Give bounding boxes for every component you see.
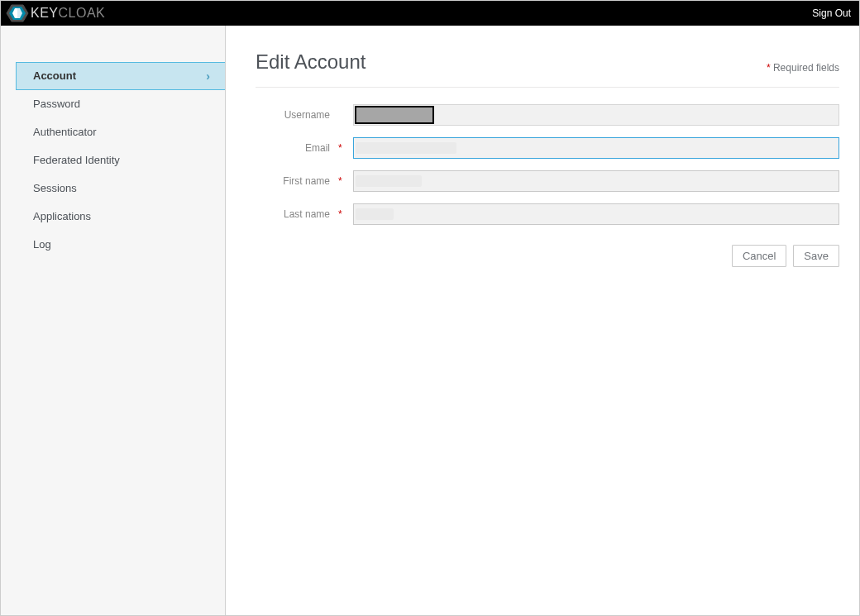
- asterisk-icon: *: [338, 175, 343, 187]
- save-button[interactable]: Save: [793, 245, 839, 267]
- firstname-input[interactable]: [353, 170, 839, 192]
- sidebar-item-sessions[interactable]: Sessions: [16, 174, 225, 203]
- asterisk-icon: *: [338, 142, 343, 154]
- brand: KEYCLOAK: [6, 4, 105, 22]
- sidebar-item-password[interactable]: Password: [16, 90, 225, 118]
- sidebar-item-label: Account: [33, 69, 76, 84]
- label-wrap: First name *: [256, 175, 353, 187]
- sidebar-item-authenticator[interactable]: Authenticator: [16, 118, 225, 146]
- form-row-lastname: Last name *: [256, 203, 839, 225]
- lastname-label: Last name: [284, 208, 330, 220]
- form-row-username: Username: [256, 104, 839, 126]
- email-label: Email: [305, 142, 330, 154]
- sidebar-item-label: Log: [33, 238, 51, 251]
- sidebar: Account › Password Authenticator Federat…: [1, 26, 226, 615]
- asterisk-icon: *: [338, 208, 343, 220]
- form-actions: Cancel Save: [256, 245, 839, 267]
- username-input: [353, 104, 839, 126]
- cancel-button[interactable]: Cancel: [732, 245, 786, 267]
- username-label: Username: [284, 109, 330, 121]
- label-wrap: Email *: [256, 142, 353, 154]
- label-wrap: Username: [256, 109, 353, 121]
- form-row-email: Email *: [256, 137, 839, 159]
- required-fields-note: * Required fields: [767, 62, 839, 74]
- sidebar-item-log[interactable]: Log: [16, 231, 225, 259]
- label-wrap: Last name *: [256, 208, 353, 220]
- firstname-label: First name: [283, 175, 330, 187]
- brand-text: KEYCLOAK: [31, 6, 105, 21]
- main-content: Edit Account * Required fields Username …: [226, 26, 859, 615]
- keycloak-logo-icon: [6, 4, 29, 22]
- sidebar-nav: Account › Password Authenticator Federat…: [16, 62, 225, 259]
- spacer: [338, 109, 343, 121]
- email-input[interactable]: [353, 137, 839, 159]
- top-navbar: KEYCLOAK Sign Out: [1, 1, 859, 26]
- sidebar-item-account[interactable]: Account ›: [16, 62, 225, 90]
- sidebar-item-label: Federated Identity: [33, 154, 120, 166]
- page-title: Edit Account: [256, 50, 366, 74]
- sidebar-item-federated-identity[interactable]: Federated Identity: [16, 146, 225, 174]
- sidebar-item-label: Sessions: [33, 182, 77, 194]
- asterisk-icon: *: [767, 62, 771, 74]
- lastname-input[interactable]: [353, 203, 839, 225]
- redacted-block: [355, 106, 434, 124]
- sidebar-item-applications[interactable]: Applications: [16, 203, 225, 231]
- form-row-firstname: First name *: [256, 170, 839, 192]
- sidebar-item-label: Applications: [33, 210, 91, 222]
- page-header: Edit Account * Required fields: [256, 50, 839, 88]
- sign-out-link[interactable]: Sign Out: [812, 7, 851, 19]
- sidebar-item-label: Password: [33, 98, 80, 110]
- chevron-right-icon: ›: [206, 69, 210, 84]
- sidebar-item-label: Authenticator: [33, 126, 97, 138]
